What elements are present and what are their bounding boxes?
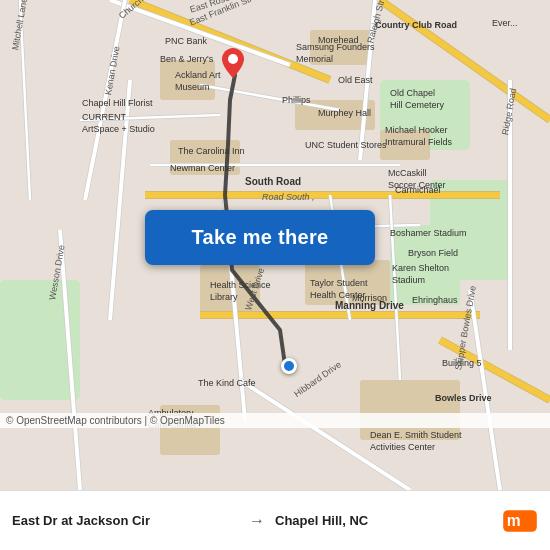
take-me-there-button[interactable]: Take me there bbox=[145, 210, 375, 265]
current-location-marker bbox=[281, 358, 297, 374]
svg-rect-12 bbox=[360, 380, 460, 440]
svg-line-28 bbox=[85, 0, 125, 200]
svg-rect-5 bbox=[310, 30, 370, 65]
svg-line-20 bbox=[360, 0, 375, 160]
bottom-bar: East Dr at Jackson Cir → Chapel Hill, NC… bbox=[0, 490, 550, 550]
arrow-icon: → bbox=[249, 512, 265, 530]
svg-line-48 bbox=[200, 85, 340, 110]
svg-rect-4 bbox=[160, 60, 215, 100]
map-container[interactable]: Morehead Old East Country Club Road PNC … bbox=[0, 0, 550, 490]
svg-line-42 bbox=[20, 0, 30, 200]
svg-point-55 bbox=[228, 54, 238, 64]
svg-line-16 bbox=[110, 0, 290, 65]
take-me-there-label: Take me there bbox=[192, 226, 329, 249]
to-location: Chapel Hill, NC bbox=[275, 513, 502, 528]
svg-rect-3 bbox=[390, 225, 460, 305]
svg-text:m: m bbox=[507, 511, 521, 528]
svg-line-30 bbox=[110, 80, 130, 320]
destination-marker bbox=[222, 48, 244, 82]
app: Morehead Old East Country Club Road PNC … bbox=[0, 0, 550, 550]
moovit-logo: m bbox=[502, 503, 538, 539]
from-location: East Dr at Jackson Cir bbox=[12, 513, 239, 528]
map-attribution: © OpenStreetMap contributors | © OpenMap… bbox=[0, 413, 550, 428]
svg-rect-10 bbox=[380, 130, 430, 160]
svg-line-36 bbox=[470, 290, 500, 490]
